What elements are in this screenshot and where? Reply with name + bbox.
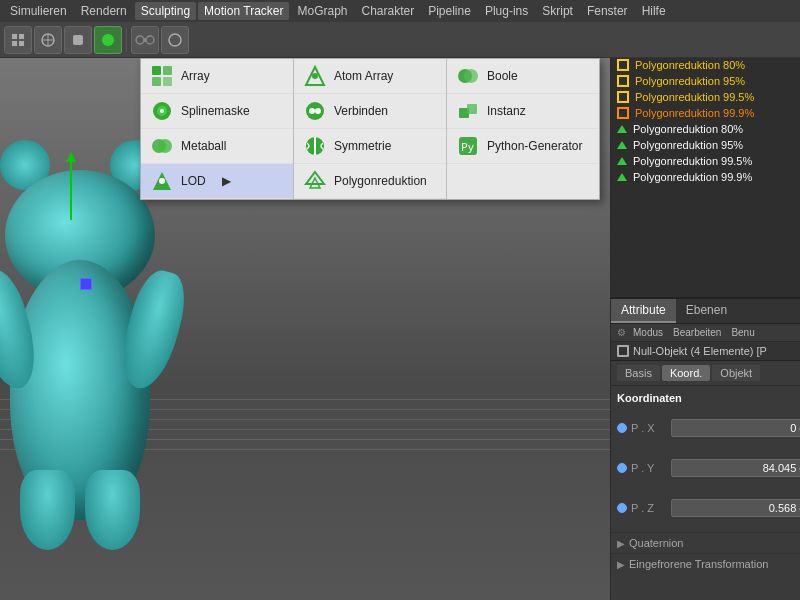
- attr-row-px: P . X G . X: [617, 410, 794, 446]
- attribute-subtabs: Basis Koord. Objekt: [611, 361, 800, 386]
- dropdown-verbinden-label: Verbinden: [334, 104, 388, 118]
- spline-icon: [151, 100, 173, 122]
- dropdown-python-gen[interactable]: Py Python-Generator: [447, 129, 599, 164]
- menu-plugins[interactable]: Plug-ins: [479, 2, 534, 20]
- dropdown-instanz[interactable]: Instanz: [447, 94, 599, 129]
- menu-mograph[interactable]: MoGraph: [291, 2, 353, 20]
- frozen-transform-section[interactable]: ▶ Eingefrorene Transformation: [611, 553, 800, 574]
- menu-fenster[interactable]: Fenster: [581, 2, 634, 20]
- svg-point-9: [136, 36, 144, 44]
- menu-pipeline[interactable]: Pipeline: [422, 2, 477, 20]
- dropdown-splinemaske-label: Splinemaske: [181, 104, 250, 118]
- obj-item-3[interactable]: Polygonreduktion 99.9%: [611, 105, 800, 121]
- obj-item-4[interactable]: Polygonreduktion 80%: [611, 121, 800, 137]
- svg-point-12: [169, 34, 181, 46]
- koordinaten-header: Koordinaten: [617, 392, 794, 404]
- subtab-basis[interactable]: Basis: [617, 365, 660, 381]
- px-label: P . X: [631, 422, 667, 434]
- atom-icon: [304, 65, 326, 87]
- toolbar-btn-5[interactable]: [131, 26, 159, 54]
- svg-point-10: [146, 36, 154, 44]
- mograph-dropdown: Array Splinemaske Metaball LOD ▶: [140, 58, 600, 200]
- svg-rect-7: [73, 35, 83, 45]
- arrow-up-icon: [617, 141, 627, 149]
- menu-skript[interactable]: Skript: [536, 2, 579, 20]
- svg-point-19: [160, 109, 164, 113]
- py-icon: Py: [457, 135, 479, 157]
- menu-charakter[interactable]: Charakter: [356, 2, 421, 20]
- dropdown-symmetrie-label: Symmetrie: [334, 139, 391, 153]
- obj-item-0[interactable]: Polygonreduktion 80%: [611, 57, 800, 73]
- attribute-content: Koordinaten P . X G . X P . Y G . Y P . …: [611, 386, 800, 532]
- svg-point-34: [464, 69, 478, 83]
- subtab-koord[interactable]: Koord.: [662, 365, 710, 381]
- svg-point-25: [312, 73, 318, 79]
- menu-rendern[interactable]: Rendern: [75, 2, 133, 20]
- null-icon-orange: [617, 107, 629, 119]
- boole-icon: [457, 65, 479, 87]
- menu-hilfe[interactable]: Hilfe: [636, 2, 672, 20]
- svg-point-8: [102, 34, 114, 46]
- attr-bearbeiten[interactable]: Bearbeiten: [670, 326, 724, 339]
- svg-point-27: [309, 108, 315, 114]
- attr-modus[interactable]: Modus: [630, 326, 666, 339]
- obj-item-2[interactable]: Polygonreduktion 99.5%: [611, 89, 800, 105]
- pz-input[interactable]: [671, 499, 800, 517]
- tab-attribute[interactable]: Attribute: [611, 299, 676, 323]
- py-label: P . Y: [631, 462, 667, 474]
- subtab-objekt[interactable]: Objekt: [712, 365, 760, 381]
- attr-benu[interactable]: Benu: [728, 326, 757, 339]
- bear-leg-right: [85, 470, 140, 550]
- dropdown-array[interactable]: Array: [141, 59, 293, 94]
- obj-name-7: Polygonreduktion 99.9%: [633, 171, 794, 183]
- quaternion-label: Quaternion: [629, 537, 683, 549]
- attr-row-py: P . Y G . Y: [617, 450, 794, 486]
- dropdown-col-3: Boole Instanz Py Python-Generator: [447, 59, 599, 199]
- svg-rect-0: [12, 34, 17, 39]
- radio-pz[interactable]: [617, 503, 627, 513]
- obj-item-5[interactable]: Polygonreduktion 95%: [611, 137, 800, 153]
- tab-ebenen[interactable]: Ebenen: [676, 299, 737, 323]
- menu-simulieren[interactable]: Simulieren: [4, 2, 73, 20]
- dropdown-symmetrie[interactable]: Symmetrie: [294, 129, 446, 164]
- quaternion-section[interactable]: ▶ Quaternion: [611, 532, 800, 553]
- frozen-arrow: ▶: [617, 559, 625, 570]
- obj-name-5: Polygonreduktion 95%: [633, 139, 794, 151]
- radio-py[interactable]: [617, 463, 627, 473]
- dropdown-splinemaske[interactable]: Splinemaske: [141, 94, 293, 129]
- svg-text:Py: Py: [461, 141, 475, 154]
- dropdown-lod[interactable]: LOD ▶: [141, 164, 293, 199]
- menu-motion-tracker[interactable]: Motion Tracker: [198, 2, 289, 20]
- obj-name-6: Polygonreduktion 99.5%: [633, 155, 794, 167]
- dropdown-atom-array[interactable]: Atom Array: [294, 59, 446, 94]
- obj-item-1[interactable]: Polygonreduktion 95%: [611, 73, 800, 89]
- toolbar-btn-1[interactable]: [4, 26, 32, 54]
- dropdown-lod-label: LOD: [181, 174, 206, 188]
- dropdown-polygonreduktion[interactable]: Polygonreduktion: [294, 164, 446, 199]
- toolbar-btn-6[interactable]: [161, 26, 189, 54]
- toolbar-btn-4[interactable]: [94, 26, 122, 54]
- toolbar-btn-2[interactable]: [34, 26, 62, 54]
- lod-icon: [151, 170, 173, 192]
- menu-sculpting[interactable]: Sculpting: [135, 2, 196, 20]
- dropdown-boole[interactable]: Boole: [447, 59, 599, 94]
- dropdown-verbinden[interactable]: Verbinden: [294, 94, 446, 129]
- sym-icon: [304, 135, 326, 157]
- obj-name-2: Polygonreduktion 99.5%: [635, 91, 794, 103]
- obj-item-6[interactable]: Polygonreduktion 99.5%: [611, 153, 800, 169]
- toolbar-btn-3[interactable]: [64, 26, 92, 54]
- dropdown-content: Array Splinemaske Metaball LOD ▶: [141, 59, 599, 199]
- radio-px[interactable]: [617, 423, 627, 433]
- arrow-up-icon: [617, 157, 627, 165]
- px-input[interactable]: [671, 419, 800, 437]
- arrow-up-icon: [617, 173, 627, 181]
- obj-name-3: Polygonreduktion 99.9%: [635, 107, 794, 119]
- dropdown-col-1: Array Splinemaske Metaball LOD ▶: [141, 59, 293, 199]
- arrow-up-icon: [617, 125, 627, 133]
- dropdown-metaball[interactable]: Metaball: [141, 129, 293, 164]
- attribute-panel: Attribute Ebenen ⚙ Modus Bearbeiten Benu…: [611, 297, 800, 574]
- obj-item-7[interactable]: Polygonreduktion 99.9%: [611, 169, 800, 185]
- py-input[interactable]: [671, 459, 800, 477]
- inst-icon: [457, 100, 479, 122]
- svg-point-28: [315, 108, 321, 114]
